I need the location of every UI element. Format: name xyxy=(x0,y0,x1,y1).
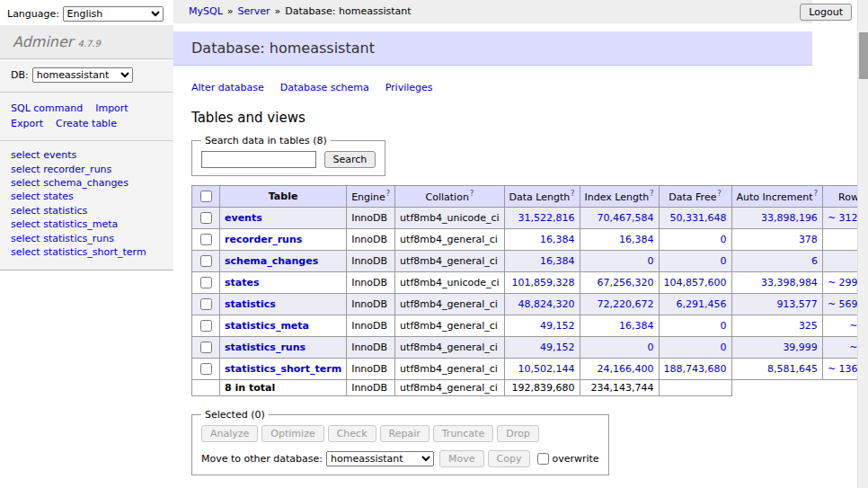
help-link[interactable]: ? xyxy=(571,190,574,198)
search-button[interactable]: Search xyxy=(324,151,376,168)
search-input[interactable] xyxy=(201,151,316,168)
row-checkbox[interactable] xyxy=(200,212,212,224)
copy-button[interactable]: Copy xyxy=(488,450,531,467)
vertical-scrollbar[interactable] xyxy=(857,0,868,488)
index_length-link[interactable]: 0 xyxy=(648,255,654,267)
name-link[interactable]: statistics_short_term xyxy=(225,363,341,375)
sidebar-link-sql-command[interactable]: SQL command xyxy=(11,101,83,116)
cell-data_length: 48,824,320 xyxy=(504,294,580,315)
row-checkbox-cell xyxy=(192,294,220,315)
help-link[interactable]: ? xyxy=(814,190,818,198)
row-checkbox-cell xyxy=(192,359,220,380)
cell-engine: InnoDB xyxy=(347,359,395,380)
sidebar-table-link[interactable]: select statistics_short_term xyxy=(11,245,163,259)
data_free-link[interactable]: 0 xyxy=(721,234,727,245)
index_length-link[interactable]: 67,256,320 xyxy=(598,277,654,288)
row-checkbox[interactable] xyxy=(200,363,212,375)
help-link[interactable]: ? xyxy=(470,190,474,198)
help-link[interactable]: ? xyxy=(650,190,653,198)
auto_increment-link[interactable]: 33,898,196 xyxy=(761,212,818,224)
sidebar-table-link[interactable]: select statistics xyxy=(11,204,163,217)
row-checkbox[interactable] xyxy=(200,342,212,353)
index_length-link[interactable]: 0 xyxy=(648,342,654,353)
cell-name: schema_changes xyxy=(220,251,347,272)
data_free-link[interactable]: 0 xyxy=(721,320,727,332)
data_free-link[interactable]: 188,743,680 xyxy=(664,363,727,375)
row-checkbox[interactable] xyxy=(200,298,212,310)
data_length-link[interactable]: 31,522,816 xyxy=(518,212,575,224)
move-button[interactable]: Move xyxy=(439,450,484,467)
name-link[interactable]: statistics_runs xyxy=(225,342,306,353)
optimize-button[interactable]: Optimize xyxy=(261,425,323,442)
index_length-link[interactable]: 72,220,672 xyxy=(598,298,654,310)
alter-database-link[interactable]: Alter database xyxy=(191,82,264,93)
row-checkbox[interactable] xyxy=(200,255,212,267)
help-link[interactable]: ? xyxy=(717,190,721,198)
data_free-link[interactable]: 0 xyxy=(721,342,727,353)
row-checkbox[interactable] xyxy=(200,320,212,332)
index_length-link[interactable]: 16,384 xyxy=(619,234,654,245)
repair-button[interactable]: Repair xyxy=(380,425,430,442)
row-checkbox[interactable] xyxy=(200,234,212,245)
drop-button[interactable]: Drop xyxy=(497,425,538,442)
privileges-link[interactable]: Privileges xyxy=(385,82,433,93)
sidebar-table-link[interactable]: select schema_changes xyxy=(11,176,163,190)
data_free-link[interactable]: 0 xyxy=(721,255,727,267)
overwrite-checkbox[interactable] xyxy=(537,453,549,465)
data_free-link[interactable]: 50,331,648 xyxy=(670,212,727,224)
data_length-link[interactable]: 49,152 xyxy=(540,320,575,332)
logout-button[interactable]: Logout xyxy=(800,4,852,21)
sidebar-link-export[interactable]: Export xyxy=(11,116,43,131)
sidebar-table-link[interactable]: select recorder_runs xyxy=(11,163,163,176)
data_free-link[interactable]: 6,291,456 xyxy=(677,298,727,310)
index_length-link[interactable]: 24,166,400 xyxy=(598,363,654,375)
sidebar-table-link[interactable]: select statistics_runs xyxy=(11,232,163,245)
auto_increment-link[interactable]: 913,577 xyxy=(776,298,818,310)
cell-name: statistics_runs xyxy=(220,337,347,359)
index_length-link[interactable]: 70,467,584 xyxy=(598,212,654,224)
data_length-link[interactable]: 48,824,320 xyxy=(518,298,575,310)
row-checkbox[interactable] xyxy=(200,277,212,288)
select-all-checkbox[interactable] xyxy=(200,191,212,202)
name-link[interactable]: events xyxy=(225,212,262,224)
db-select[interactable]: homeassistant xyxy=(32,67,133,83)
name-link[interactable]: states xyxy=(225,277,260,288)
check-button[interactable]: Check xyxy=(328,425,376,442)
auto_increment-link[interactable]: 39,999 xyxy=(783,342,818,353)
truncate-button[interactable]: Truncate xyxy=(433,425,493,442)
data_length-link[interactable]: 101,859,328 xyxy=(512,277,575,288)
data_length-link[interactable]: 16,384 xyxy=(540,255,575,267)
auto_increment-link[interactable]: 33,398,984 xyxy=(761,277,818,288)
data_length-link[interactable]: 49,152 xyxy=(540,342,575,353)
name-link[interactable]: schema_changes xyxy=(225,255,318,267)
auto_increment-link[interactable]: 325 xyxy=(799,320,818,332)
auto_increment-link[interactable]: 6 xyxy=(811,255,818,267)
name-link[interactable]: recorder_runs xyxy=(225,234,302,245)
language-select[interactable]: English xyxy=(63,6,164,22)
table-row: statistics_metaInnoDButf8mb4_general_ci4… xyxy=(192,315,868,337)
help-link[interactable]: ? xyxy=(386,190,390,198)
name-link[interactable]: statistics_meta xyxy=(225,320,309,332)
sidebar-link-create-table[interactable]: Create table xyxy=(56,116,117,131)
data_length-link[interactable]: 10,502,144 xyxy=(518,363,575,375)
data_length-link[interactable]: 16,384 xyxy=(540,234,575,245)
cell-data_free: 0 xyxy=(659,315,731,337)
sidebar-table-link[interactable]: select events xyxy=(11,148,163,162)
cell-data_free: 0 xyxy=(659,251,731,272)
database-schema-link[interactable]: Database schema xyxy=(280,82,369,93)
index_length-link[interactable]: 16,384 xyxy=(619,320,654,332)
cell-auto_increment: 33,898,196 xyxy=(731,208,822,229)
cell-name: recorder_runs xyxy=(220,229,347,251)
sidebar-table-link[interactable]: select statistics_meta xyxy=(11,217,163,231)
breadcrumb-link-server[interactable]: Server xyxy=(238,5,270,17)
auto_increment-link[interactable]: 378 xyxy=(799,234,818,245)
name-link[interactable]: statistics xyxy=(225,298,276,310)
data_free-link[interactable]: 104,857,600 xyxy=(664,277,727,288)
scrollbar-thumb[interactable] xyxy=(859,32,868,79)
analyze-button[interactable]: Analyze xyxy=(201,425,258,442)
sidebar-table-link[interactable]: select states xyxy=(11,190,163,203)
sidebar-link-import[interactable]: Import xyxy=(95,101,128,116)
auto_increment-link[interactable]: 8,581,645 xyxy=(767,363,818,375)
move-database-select[interactable]: homeassistant xyxy=(326,451,434,466)
breadcrumb-link-mysql[interactable]: MySQL xyxy=(189,5,223,17)
